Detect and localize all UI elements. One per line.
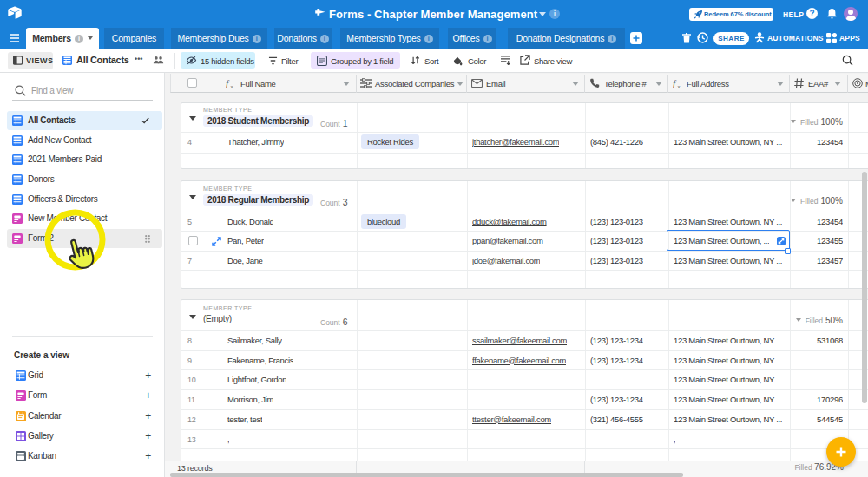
svg-text:x: x xyxy=(231,84,233,89)
svg-text:x: x xyxy=(678,84,681,89)
svg-text:f: f xyxy=(226,78,230,88)
svg-text:f: f xyxy=(673,78,677,88)
